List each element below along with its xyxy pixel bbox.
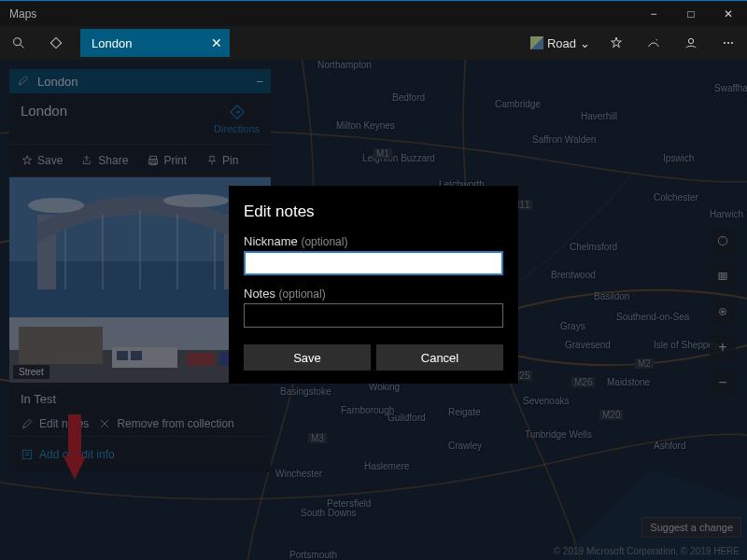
svg-point-5 bbox=[727, 42, 728, 43]
layer-label: Road bbox=[547, 36, 576, 50]
search-tab-label: London bbox=[92, 36, 132, 50]
svg-point-0 bbox=[14, 38, 21, 46]
directions-icon[interactable] bbox=[37, 26, 75, 60]
main-area: Northampton Bedford Milton Keynes Leight… bbox=[0, 60, 747, 560]
notes-input[interactable] bbox=[244, 303, 503, 328]
svg-rect-2 bbox=[50, 37, 61, 48]
app-title: Maps bbox=[0, 7, 36, 21]
svg-line-1 bbox=[21, 45, 23, 48]
edit-notes-dialog: Edit notes Nickname (optional) Notes (op… bbox=[229, 186, 518, 384]
dialog-title: Edit notes bbox=[244, 203, 503, 221]
dialog-save-button[interactable]: Save bbox=[244, 344, 371, 371]
dialog-cancel-button[interactable]: Cancel bbox=[376, 344, 503, 371]
notes-label: Notes (optional) bbox=[244, 287, 503, 301]
map-layer-button[interactable]: Road ⌄ bbox=[523, 36, 598, 50]
favorites-icon[interactable] bbox=[598, 26, 635, 60]
title-bar: Maps − □ ✕ bbox=[0, 0, 747, 26]
ink-icon[interactable] bbox=[635, 26, 672, 60]
minimize-button[interactable]: − bbox=[635, 1, 672, 27]
layer-swatch-icon bbox=[530, 36, 543, 49]
search-tab[interactable]: London ✕ bbox=[80, 29, 230, 57]
close-tab-icon[interactable]: ✕ bbox=[211, 35, 222, 50]
search-icon[interactable] bbox=[0, 26, 37, 60]
nickname-input[interactable] bbox=[244, 251, 503, 275]
dialog-overlay: Edit notes Nickname (optional) Notes (op… bbox=[0, 60, 747, 560]
nickname-label: Nickname (optional) bbox=[244, 234, 503, 248]
close-button[interactable]: ✕ bbox=[710, 1, 747, 27]
maximize-button[interactable]: □ bbox=[672, 1, 710, 27]
top-toolbar: London ✕ Road ⌄ bbox=[0, 26, 747, 60]
svg-point-3 bbox=[688, 38, 693, 43]
more-icon[interactable] bbox=[710, 26, 747, 60]
account-icon[interactable] bbox=[672, 26, 710, 60]
svg-point-6 bbox=[731, 42, 732, 43]
chevron-down-icon: ⌄ bbox=[580, 36, 590, 50]
svg-point-4 bbox=[724, 42, 725, 43]
